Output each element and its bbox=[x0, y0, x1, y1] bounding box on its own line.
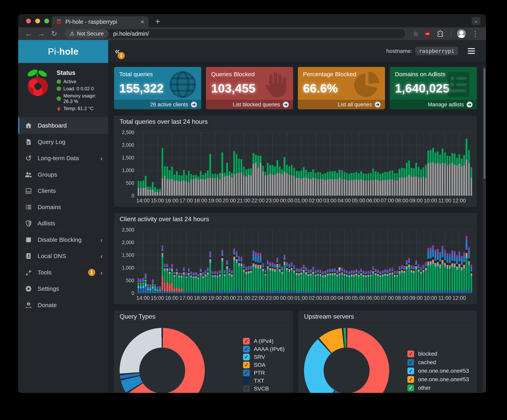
card-footer-link[interactable]: 26 active clients➜ bbox=[114, 100, 201, 109]
stacked-bar bbox=[432, 245, 434, 293]
profile-avatar[interactable] bbox=[457, 29, 466, 38]
file-icon bbox=[25, 139, 33, 145]
card-footer-link[interactable]: List blocked queries➜ bbox=[206, 100, 293, 109]
legend-item-a-ipv4-[interactable]: ✓A (IPv4) bbox=[243, 338, 285, 344]
legend-item-blocked[interactable]: ✓blocked bbox=[407, 350, 469, 357]
x-axis-label: 18:00 bbox=[194, 198, 207, 204]
legend-item-svcb[interactable]: ✓SVCB bbox=[243, 385, 285, 392]
stacked-bar bbox=[406, 163, 408, 196]
stacked-bar bbox=[209, 252, 211, 293]
stacked-bar bbox=[437, 152, 439, 196]
list-icon bbox=[25, 204, 33, 210]
legend-checkbox-icon[interactable]: ✓ bbox=[243, 385, 250, 392]
brand-prefix: Pi- bbox=[48, 46, 59, 57]
close-window-button[interactable] bbox=[26, 19, 31, 23]
legend-item-one-one-one-one-53[interactable]: ✓one.one.one.one#53 bbox=[407, 368, 469, 374]
sidebar-item-groups[interactable]: Groups bbox=[18, 167, 108, 183]
x-axis-label: 09:00 bbox=[409, 198, 423, 204]
legend-checkbox-icon[interactable]: ✓ bbox=[243, 354, 250, 360]
stacked-bar bbox=[186, 273, 187, 293]
sidebar-item-donate[interactable]: $Donate bbox=[18, 297, 108, 313]
stacked-bar bbox=[442, 246, 444, 293]
page-scrollbar[interactable] bbox=[483, 66, 486, 393]
sidebar-item-query-log[interactable]: Query Log bbox=[18, 134, 108, 150]
x-axis-label: 22:00 bbox=[251, 198, 265, 204]
sidebar-item-label: Clients bbox=[38, 188, 56, 194]
security-badge[interactable]: ⚠ Not Secure bbox=[64, 29, 109, 38]
total-queries-bar-chart: 05001,0001,5002,0002,50014:0015:0016:001… bbox=[116, 132, 472, 204]
card-footer-link[interactable]: Manage adlists➜ bbox=[390, 100, 477, 109]
scrollbar-thumb[interactable] bbox=[483, 68, 486, 179]
legend-checkbox-icon[interactable]: ✓ bbox=[407, 385, 414, 391]
legend-item-txt[interactable]: ✓TXT bbox=[243, 378, 285, 384]
legend-checkbox-icon[interactable]: ✓ bbox=[243, 370, 250, 376]
history-icon: ↺ bbox=[25, 155, 33, 161]
sidebar-item-local-dns[interactable]: Local DNS‹ bbox=[18, 248, 108, 264]
stacked-bar bbox=[265, 269, 266, 293]
y-axis-tick: 500 bbox=[126, 180, 134, 186]
extensions-puzzle-icon[interactable] bbox=[437, 30, 448, 37]
stacked-bar bbox=[344, 269, 345, 293]
legend-checkbox-icon[interactable]: ✓ bbox=[243, 362, 250, 368]
home-icon bbox=[25, 122, 33, 129]
stacked-bar bbox=[231, 270, 233, 293]
sidebar-item-label: Long-term Data bbox=[38, 155, 79, 161]
legend-item-ptr[interactable]: ✓PTR bbox=[243, 370, 285, 376]
sidebar-item-domains[interactable]: Domains bbox=[18, 199, 108, 215]
browser-menu-kebab-icon[interactable]: ⋮ bbox=[470, 30, 481, 38]
query-types-legend: ✓A (IPv4)✓AAAA (IPv6)✓SRV✓SOA✓PTR✓TXT✓SV… bbox=[243, 323, 285, 393]
stacked-bar bbox=[435, 250, 436, 293]
card-footer-link[interactable]: List all queries➜ bbox=[298, 100, 385, 109]
sidebar-collapse-button[interactable]: « 1 bbox=[115, 46, 127, 56]
back-button[interactable]: ← bbox=[23, 29, 34, 38]
browser-window: Pi-hole - raspberrypi × + ⌄ ← → ↻ ⚠ Not … bbox=[18, 14, 486, 393]
status-title: Status bbox=[57, 69, 103, 77]
x-axis-label: 08:00 bbox=[395, 198, 408, 204]
browser-tab[interactable]: Pi-hole - raspberrypi × bbox=[51, 16, 148, 27]
stacked-bar bbox=[387, 172, 388, 196]
legend-item-aaaa-ipv6-[interactable]: ✓AAAA (IPv6) bbox=[243, 346, 285, 352]
legend-item-soa[interactable]: ✓SOA bbox=[243, 362, 285, 368]
x-axis-label: 23:00 bbox=[266, 295, 279, 301]
stacked-bar bbox=[233, 249, 235, 293]
legend-item-cached[interactable]: ✓cached bbox=[407, 359, 469, 366]
panel-title: Upstream servers bbox=[298, 310, 477, 323]
forward-button[interactable]: → bbox=[36, 29, 47, 38]
legend-checkbox-icon[interactable]: ✓ bbox=[407, 359, 414, 366]
warning-icon: ⚠ bbox=[70, 30, 74, 37]
legend-item-one-one-one-one-53[interactable]: ✓one.one.one.one#53 bbox=[407, 376, 469, 383]
x-axis-label: 19:00 bbox=[208, 198, 222, 204]
address-bar[interactable]: ⚠ Not Secure pi.hole/admin/ bbox=[64, 29, 405, 38]
stacked-bar bbox=[269, 165, 271, 196]
bookmark-star-icon[interactable]: ☆ bbox=[410, 30, 422, 38]
new-tab-button[interactable]: + bbox=[155, 17, 160, 26]
stacked-bar bbox=[207, 268, 209, 293]
sidebar-item-settings[interactable]: Settings bbox=[18, 280, 108, 297]
stacked-bar bbox=[447, 156, 448, 196]
legend-checkbox-icon[interactable]: ✓ bbox=[407, 368, 414, 374]
legend-checkbox-icon[interactable]: ✓ bbox=[243, 346, 250, 352]
sidebar-item-adlists[interactable]: Adlists bbox=[18, 215, 108, 231]
stacked-bar bbox=[305, 267, 307, 293]
zoom-window-button[interactable] bbox=[44, 19, 49, 23]
sidebar-item-clients[interactable]: Clients bbox=[18, 183, 108, 199]
legend-checkbox-icon[interactable]: ✓ bbox=[407, 350, 414, 357]
sidebar-item-label: Settings bbox=[38, 285, 59, 292]
legend-item-other[interactable]: ✓other bbox=[407, 385, 469, 391]
sidebar-item-dashboard[interactable]: Dashboard bbox=[18, 117, 108, 134]
sidebar-item-tools[interactable]: Tools1‹ bbox=[18, 264, 108, 280]
sidebar-item-disable-blocking[interactable]: Disable Blocking‹ bbox=[18, 232, 108, 248]
minimize-window-button[interactable] bbox=[35, 19, 40, 23]
tab-close-icon[interactable]: × bbox=[141, 18, 144, 26]
sidebar-item-long-term-data[interactable]: ↺Long-term Data‹ bbox=[18, 150, 108, 166]
ublock-origin-extension-icon[interactable]: uO bbox=[423, 30, 435, 38]
reload-button[interactable]: ↻ bbox=[49, 29, 59, 38]
tab-search-chevron-icon[interactable]: ⌄ bbox=[472, 17, 480, 25]
legend-checkbox-icon[interactable]: ✓ bbox=[243, 378, 250, 384]
x-axis-label: 05:00 bbox=[352, 295, 365, 301]
legend-checkbox-icon[interactable]: ✓ bbox=[243, 338, 250, 344]
legend-checkbox-icon[interactable]: ✓ bbox=[407, 376, 414, 383]
legend-item-srv[interactable]: ✓SRV bbox=[243, 354, 285, 360]
hand-stop-icon bbox=[260, 70, 289, 99]
hamburger-menu-icon[interactable] bbox=[468, 48, 475, 54]
